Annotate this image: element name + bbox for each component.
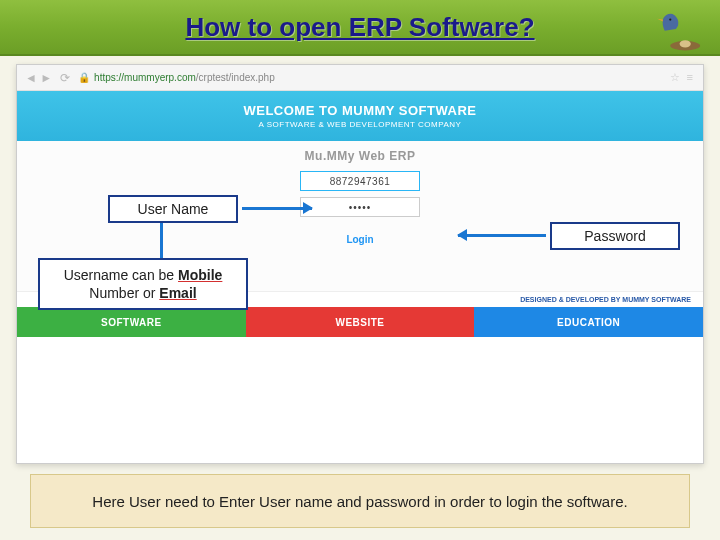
password-input[interactable]: ••••• — [300, 197, 420, 217]
url-bar[interactable]: https://mummyerp.com/crptest/index.php — [94, 72, 275, 83]
nav-back-forward-icon[interactable]: ◄ ► — [25, 71, 52, 85]
url-host: mummyerp.com — [124, 72, 196, 83]
slide-header: How to open ERP Software? — [0, 0, 720, 56]
hero-banner: WELCOME TO MUMMY SOFTWARE A SOFTWARE & W… — [17, 91, 703, 141]
callout-username-note: Username can be Mobile Number or Email — [38, 258, 248, 310]
app-name: Mu.MMy Web ERP — [305, 149, 416, 163]
tab-website[interactable]: WEBSITE — [246, 307, 475, 337]
arrow-icon — [242, 207, 312, 210]
reload-icon[interactable]: ⟳ — [60, 71, 70, 85]
hero-subtitle: A SOFTWARE & WEB DEVELOPMENT COMPANY — [259, 120, 462, 129]
bookmark-icon[interactable]: ☆ ≡ — [670, 71, 695, 84]
arrow-icon — [458, 234, 546, 237]
callout-username: User Name — [108, 195, 238, 223]
tab-education[interactable]: EDUCATION — [474, 307, 703, 337]
url-scheme: https:// — [94, 72, 124, 83]
svg-point-2 — [680, 40, 691, 47]
login-button[interactable]: Login — [300, 229, 420, 249]
note-email: Email — [159, 285, 196, 301]
username-input[interactable]: 8872947361 — [300, 171, 420, 191]
hero-title: WELCOME TO MUMMY SOFTWARE — [243, 103, 476, 118]
note-text: Number or — [89, 285, 159, 301]
category-tabs: SOFTWARE WEBSITE EDUCATION — [17, 307, 703, 337]
arrow-icon — [160, 217, 163, 261]
note-text: Username can be — [64, 267, 178, 283]
lock-icon: 🔒 — [78, 72, 90, 83]
url-path: /crptest/index.php — [196, 72, 275, 83]
browser-toolbar: ◄ ► ⟳ 🔒 https://mummyerp.com/crptest/ind… — [17, 65, 703, 91]
note-mobile: Mobile — [178, 267, 222, 283]
slide-title: How to open ERP Software? — [185, 12, 534, 43]
svg-point-1 — [669, 18, 671, 20]
tab-software[interactable]: SOFTWARE — [17, 307, 246, 337]
bird-icon — [646, 4, 702, 52]
callout-password: Password — [550, 222, 680, 250]
slide-caption: Here User need to Enter User name and pa… — [30, 474, 690, 528]
